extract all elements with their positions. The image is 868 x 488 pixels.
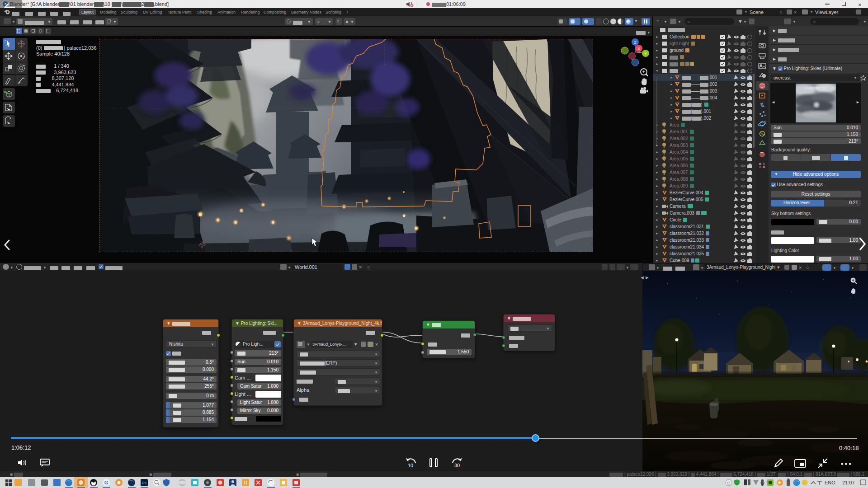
svg-text:G: G (104, 480, 108, 485)
svg-text:Ps: Ps (142, 481, 147, 485)
svg-text:Y: Y (644, 52, 647, 56)
svg-text:21:07: 21:07 (842, 480, 855, 485)
svg-text:10: 10 (408, 463, 413, 468)
svg-text:ENG: ENG (825, 480, 835, 485)
svg-text:Overcast 04: Overcast 04 (805, 86, 827, 90)
svg-text:30: 30 (454, 463, 460, 468)
svg-text:U: U (244, 480, 247, 485)
svg-text:X: X (637, 47, 640, 51)
svg-text:C: C (727, 481, 731, 485)
svg-text:Z: Z (634, 40, 637, 45)
